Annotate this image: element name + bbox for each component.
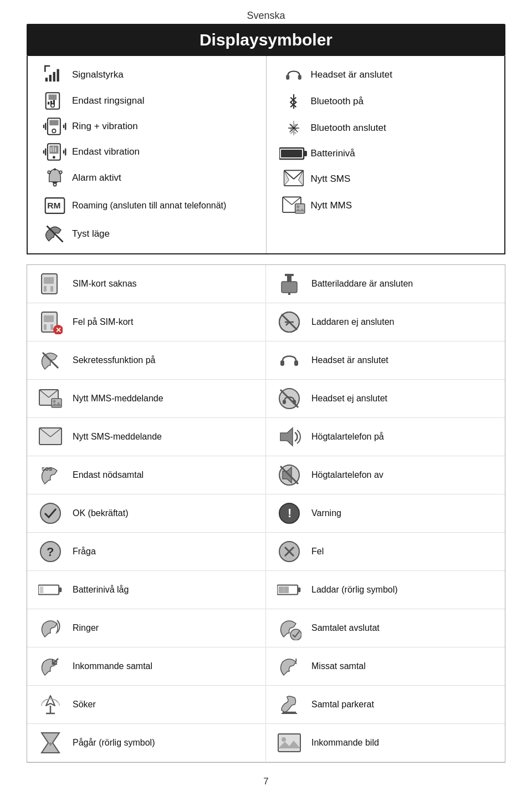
bluetooth-connected-icon <box>277 118 311 139</box>
speaker-off-label: Högtalartelefon av <box>311 470 383 480</box>
svg-rect-65 <box>288 293 290 295</box>
svg-point-30 <box>53 183 56 186</box>
svg-rect-25 <box>65 148 66 155</box>
incoming-call-icon <box>35 653 66 680</box>
emergency-only-icon: SOS <box>35 462 66 488</box>
list-item: Nytt SMS-meddelande <box>27 418 266 456</box>
list-item: Alarm aktivt <box>38 165 256 191</box>
charger-disconnected-label: Laddaren ej ansluten <box>311 317 394 327</box>
svg-rect-63 <box>287 274 291 282</box>
ring-only-label: Endast ringsignal <box>72 95 144 106</box>
list-item: Tyst läge <box>38 220 256 248</box>
question-label: Fråga <box>73 547 96 557</box>
svg-rect-69 <box>50 324 53 330</box>
speaker-on-icon <box>274 424 305 450</box>
main-title-bar: Displaysymboler <box>27 24 505 56</box>
svg-rect-106 <box>40 586 44 593</box>
grid-section: SIM-kort saknas Batteriladdare är anslut… <box>27 264 505 763</box>
list-item: OK (bekräftat) <box>27 494 266 533</box>
svg-point-83 <box>53 400 56 403</box>
top-left-col: Signalstyrka Endast ringsignal <box>28 56 267 253</box>
svg-rect-64 <box>282 282 297 293</box>
alarm-label: Alarm aktivt <box>72 172 121 183</box>
list-item: Fel <box>266 533 505 571</box>
error-icon <box>274 538 305 565</box>
svg-rect-105 <box>59 588 62 592</box>
list-item: Nytt SMS <box>277 166 495 192</box>
list-item: Laddaren ej ansluten <box>266 303 505 341</box>
svg-rect-7 <box>49 95 57 100</box>
list-item: Batterinivå <box>277 141 495 166</box>
page-number: 7 <box>263 776 268 787</box>
emergency-only-label: Endast nödsamtal <box>73 470 144 480</box>
speaker-off-icon <box>274 462 305 488</box>
svg-rect-31 <box>54 169 55 170</box>
incoming-call-label: Inkommande samtal <box>73 661 152 671</box>
svg-rect-10 <box>50 101 52 105</box>
svg-rect-2 <box>53 72 55 81</box>
ring-only-icon <box>38 91 72 111</box>
roaming-label: Roaming (ansluten till annat telefonnät) <box>72 200 226 211</box>
ok-label: OK (bekräftat) <box>73 508 128 518</box>
svg-rect-122 <box>278 734 300 752</box>
new-mms2-label: Nytt MMS-meddelande <box>73 394 163 404</box>
list-item: Nytt MMS <box>277 192 495 219</box>
question-icon: ? <box>35 538 66 565</box>
call-parked-icon <box>274 691 305 718</box>
list-item: Högtalartelefon av <box>266 456 505 494</box>
new-mms-label: Nytt MMS <box>311 200 352 211</box>
list-item: RM Roaming (ansluten till annat telefonn… <box>38 191 256 220</box>
ring-vibration-icon <box>38 116 72 136</box>
headset-disconnected-label: Headset ej anslutet <box>311 394 387 404</box>
top-section: Signalstyrka Endast ringsignal <box>27 56 505 254</box>
headset-connected2-icon <box>274 347 305 374</box>
new-sms-label: Nytt SMS <box>311 174 351 185</box>
sim-missing-icon <box>35 271 66 297</box>
ok-icon <box>35 500 66 527</box>
charging-label: Laddar (rörlig symbol) <box>311 585 398 595</box>
svg-rect-85 <box>283 400 286 404</box>
list-item: Ring + vibration <box>38 114 256 139</box>
privacy-on-label: Sekretessfunktion på <box>73 355 155 365</box>
silent-label: Tyst läge <box>72 228 110 239</box>
svg-text:✕: ✕ <box>55 326 62 334</box>
svg-rect-37 <box>286 75 289 80</box>
list-item: Signalstyrka <box>38 62 256 88</box>
svg-text:?: ? <box>47 545 54 559</box>
svg-rect-0 <box>45 78 48 81</box>
call-parked-label: Samtal parkerat <box>311 700 374 710</box>
svg-text:!: ! <box>288 506 291 520</box>
svg-rect-61 <box>50 286 53 292</box>
ringing-icon <box>35 615 66 641</box>
battery-icon <box>277 146 311 161</box>
svg-rect-26 <box>50 147 52 152</box>
list-item: Nytt MMS-meddelande <box>27 380 266 418</box>
svg-rect-5 <box>44 65 50 67</box>
list-item: ! Missat samtal <box>266 647 505 686</box>
svg-rect-17 <box>63 125 64 129</box>
new-mms2-icon <box>35 385 66 412</box>
sim-error-label: Fel på SIM-kort <box>73 317 133 327</box>
svg-point-123 <box>282 737 286 742</box>
warning-label: Varning <box>311 508 341 518</box>
call-ended-label: Samtalet avslutat <box>311 623 380 633</box>
svg-rect-108 <box>298 588 300 592</box>
svg-rect-77 <box>280 360 284 366</box>
list-item: Laddar (rörlig symbol) <box>266 571 505 609</box>
svg-rect-78 <box>294 360 298 366</box>
svg-point-21 <box>53 156 55 159</box>
list-item: Headset ej anslutet <box>266 380 505 418</box>
list-item: Batteriladdare är ansluten <box>266 265 505 303</box>
svg-rect-110 <box>283 586 284 593</box>
svg-point-96 <box>40 503 60 523</box>
charger-disconnected-icon <box>274 309 305 335</box>
list-item: Headset är anslutet <box>266 341 505 380</box>
signal-icon <box>38 64 72 85</box>
list-item: Bluetooth anslutet <box>277 115 495 141</box>
signal-label: Signalstyrka <box>72 69 124 80</box>
top-right-col: Headset är anslutet Bluetooth på <box>267 56 505 253</box>
svg-rect-56 <box>295 204 304 213</box>
ongoing-icon <box>35 730 66 756</box>
svg-point-57 <box>296 205 299 208</box>
new-sms2-icon <box>35 424 66 450</box>
